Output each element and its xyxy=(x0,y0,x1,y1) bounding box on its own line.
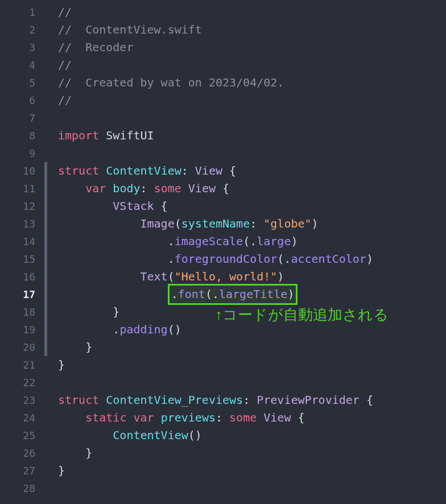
line-number: 13 xyxy=(0,215,44,233)
code-line[interactable]: VStack { xyxy=(58,197,446,215)
line-number: 28 xyxy=(0,480,44,497)
code-line[interactable]: // xyxy=(58,56,446,74)
line-number: 23 xyxy=(0,391,44,409)
line-number: 18 xyxy=(0,303,44,321)
code-line[interactable]: // Created by wat on 2023/04/02. xyxy=(58,74,446,92)
change-bar xyxy=(44,162,47,356)
code-line[interactable]: // Recoder xyxy=(58,39,446,56)
code-line[interactable] xyxy=(58,109,446,127)
line-number: 12 xyxy=(0,197,44,215)
code-line[interactable]: var body: some View { xyxy=(58,180,446,197)
line-number: 6 xyxy=(0,92,44,109)
code-line[interactable]: import SwiftUI xyxy=(58,127,446,144)
line-number: 15 xyxy=(0,250,44,268)
line-number: 24 xyxy=(0,409,44,427)
code-line[interactable] xyxy=(58,144,446,162)
line-number: 7 xyxy=(0,109,44,127)
code-line[interactable]: ContentView() xyxy=(58,427,446,444)
code-line[interactable]: } xyxy=(58,338,446,356)
code-line[interactable]: .foregroundColor(.accentColor) xyxy=(58,250,446,268)
line-number: 11 xyxy=(0,180,44,197)
line-number: 22 xyxy=(0,374,44,391)
line-number: 5 xyxy=(0,74,44,92)
code-editor[interactable]: 1234567891011121314151617181920212223242… xyxy=(0,0,446,497)
line-number: 17 xyxy=(0,286,44,303)
line-number: 4 xyxy=(0,56,44,74)
highlight-box: .font(.largeTitle) xyxy=(168,284,298,305)
code-line[interactable]: static var previews: some View { xyxy=(58,409,446,427)
code-line[interactable]: // ContentView.swift xyxy=(58,21,446,39)
line-number: 21 xyxy=(0,356,44,374)
line-number: 20 xyxy=(0,338,44,356)
code-area[interactable]: //// ContentView.swift// Recoder//// Cre… xyxy=(44,3,446,497)
code-line[interactable]: Image(systemName: "globe") xyxy=(58,215,446,233)
line-number: 8 xyxy=(0,127,44,144)
line-number: 1 xyxy=(0,3,44,21)
line-number: 16 xyxy=(0,268,44,286)
code-line[interactable]: // xyxy=(58,92,446,109)
code-line[interactable]: } xyxy=(58,356,446,374)
line-number: 26 xyxy=(0,444,44,462)
line-number: 9 xyxy=(0,144,44,162)
code-line[interactable] xyxy=(58,374,446,391)
line-number: 25 xyxy=(0,427,44,444)
code-line[interactable]: struct ContentView_Previews: PreviewProv… xyxy=(58,391,446,409)
code-line[interactable]: struct ContentView: View { xyxy=(58,162,446,180)
code-line[interactable]: .font(.largeTitle) xyxy=(58,286,446,303)
code-line[interactable]: } xyxy=(58,444,446,462)
annotation-label: ↑コードが自動追加される xyxy=(215,305,389,325)
code-line[interactable] xyxy=(58,480,446,497)
line-number: 2 xyxy=(0,21,44,39)
line-number: 14 xyxy=(0,233,44,250)
line-number-gutter: 1234567891011121314151617181920212223242… xyxy=(0,3,44,497)
code-line[interactable]: } xyxy=(58,462,446,480)
line-number: 3 xyxy=(0,39,44,56)
code-line[interactable]: // xyxy=(58,3,446,21)
code-line[interactable]: Text("Hello, world!") xyxy=(58,268,446,286)
line-number: 10 xyxy=(0,162,44,180)
line-number: 19 xyxy=(0,321,44,338)
code-line[interactable]: .imageScale(.large) xyxy=(58,233,446,250)
line-number: 27 xyxy=(0,462,44,480)
